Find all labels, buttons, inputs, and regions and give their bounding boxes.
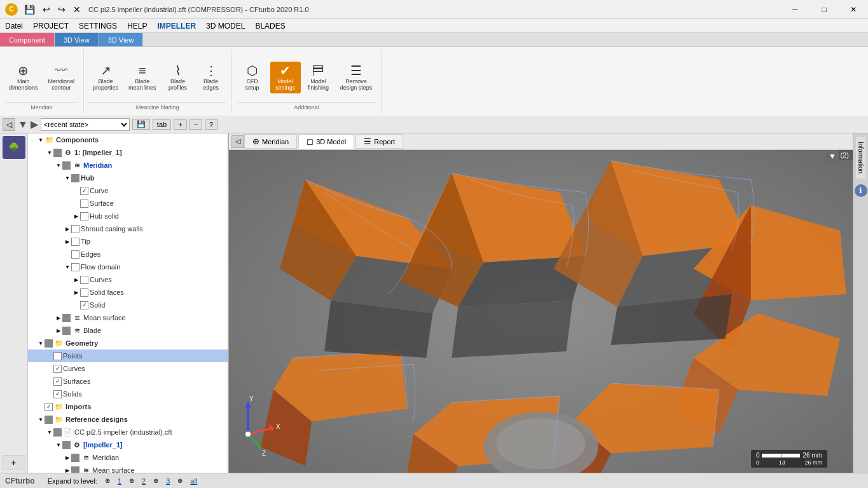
- ribbon-btn-remove-design[interactable]: ☰ Removedesign steps: [336, 62, 376, 93]
- tree-node-edges[interactable]: Edges: [28, 248, 228, 261]
- surface-check[interactable]: [80, 200, 88, 208]
- toolbar-help-button[interactable]: ?: [205, 119, 217, 130]
- ribbon-btn-blade-profiles[interactable]: ⌇ Bladeprofiles: [163, 62, 193, 93]
- tree-node-geometry[interactable]: ▼ 📁 Geometry: [28, 337, 228, 349]
- mean-surface-ref-expand[interactable]: ▶: [64, 466, 71, 473]
- curves-fd-expand[interactable]: ▶: [72, 276, 80, 283]
- ribbon-btn-blade-properties[interactable]: ↗ Bladeproperties: [89, 62, 122, 93]
- ribbon-btn-meridional[interactable]: 〰 Meridionalcontour: [45, 62, 79, 93]
- ribbon-tab-3dview-1[interactable]: 3D View: [55, 33, 99, 46]
- impeller-check[interactable]: [53, 149, 62, 157]
- flow-domain-check[interactable]: [71, 263, 79, 271]
- tree-node-hub[interactable]: ▼ Hub: [28, 172, 228, 184]
- viewport[interactable]: X Y Z 0 26 mm 0 13 26 mm: [229, 150, 853, 473]
- geometry-check[interactable]: [45, 339, 53, 348]
- points-check[interactable]: [53, 352, 62, 360]
- refdesigns-check[interactable]: [45, 416, 53, 424]
- tree-node-curves-fd[interactable]: ▶ Curves: [28, 273, 228, 286]
- geometry-expand[interactable]: ▼: [37, 339, 45, 347]
- tree-node-mean-surface-ref[interactable]: ▶ ≋ Mean surface: [28, 464, 228, 473]
- flow-domain-expand[interactable]: ▼: [64, 263, 71, 271]
- components-expand[interactable]: ▼: [37, 136, 45, 144]
- tree-node-points[interactable]: Points: [28, 349, 228, 362]
- solid-check[interactable]: ✓: [80, 301, 88, 309]
- solids-check[interactable]: ✓: [53, 390, 62, 398]
- edges-check[interactable]: [71, 250, 79, 259]
- toolbar-save-button[interactable]: 💾: [132, 119, 150, 130]
- ribbon-btn-blade-meanlines[interactable]: ≡ Blademean lines: [125, 62, 160, 93]
- tip-expand[interactable]: ▶: [64, 238, 71, 245]
- ribbon-btn-blade-edges[interactable]: ⋮ Bladeedges: [196, 62, 226, 93]
- info-icon[interactable]: ℹ: [855, 184, 867, 197]
- view-dropdown-button[interactable]: ▼: [826, 150, 839, 163]
- hub-expand[interactable]: ▼: [64, 174, 71, 182]
- tree-node-curves-geo[interactable]: ✓ Curves: [28, 362, 228, 375]
- level-2-label[interactable]: 2: [142, 477, 146, 485]
- tree-node-impeller[interactable]: ▼ ⚙ 1: [Impeller_1]: [28, 146, 228, 159]
- ribbon-tab-3dview-2[interactable]: 3D View: [99, 33, 144, 46]
- menu-impeller[interactable]: IMPELLER: [152, 19, 201, 33]
- titlebar-icon-1[interactable]: 💾: [22, 3, 38, 16]
- blade-expand[interactable]: ▶: [55, 327, 62, 334]
- meridian-ref-check[interactable]: [71, 454, 79, 462]
- tree-node-refdesigns[interactable]: ▼ 📁 Reference designs: [28, 413, 228, 426]
- information-tab[interactable]: Information: [855, 136, 866, 179]
- cc-impeller-check[interactable]: [53, 428, 62, 437]
- menu-datei[interactable]: Datei: [0, 19, 28, 33]
- ribbon-tab-component[interactable]: Component: [0, 33, 55, 46]
- toolbar-add-button[interactable]: +: [174, 119, 186, 130]
- tree-node-surfaces[interactable]: ✓ Surfaces: [28, 375, 228, 388]
- tree-node-mean-surface[interactable]: ▶ ≋ Mean surface: [28, 311, 228, 324]
- tree-node-tip[interactable]: ▶ Tip: [28, 235, 228, 248]
- tree-node-flow-domain[interactable]: ▼ Flow domain: [28, 261, 228, 273]
- tree-node-hub-solid[interactable]: ▶ Hub solid: [28, 210, 228, 222]
- shroud-expand[interactable]: ▶: [64, 225, 71, 233]
- hub-solid-check[interactable]: [80, 212, 88, 220]
- toolbar-minus-button[interactable]: −: [189, 119, 202, 130]
- titlebar-icon-2[interactable]: ↩: [40, 3, 53, 16]
- refdesigns-expand[interactable]: ▼: [37, 416, 45, 423]
- surfaces-check[interactable]: ✓: [53, 377, 62, 386]
- imports-check[interactable]: ✓: [45, 403, 53, 411]
- menu-blades[interactable]: BLADES: [250, 19, 290, 33]
- menu-settings[interactable]: SETTINGS: [74, 19, 122, 33]
- ribbon-btn-cfd-setup[interactable]: ⬡ CFDsetup: [237, 62, 268, 93]
- view-nav-left[interactable]: ◁: [231, 135, 244, 148]
- tree-node-impeller-ref[interactable]: ▼ ⚙ [Impeller_1]: [28, 438, 228, 451]
- tree-node-curve[interactable]: ✓ Curve: [28, 184, 228, 197]
- tree-node-components[interactable]: ▼ 📁 Components: [28, 133, 228, 146]
- solid-faces-check[interactable]: [80, 288, 88, 297]
- ribbon-btn-model-settings[interactable]: ✔ Modelsettings: [270, 62, 301, 93]
- solid-faces-expand[interactable]: ▶: [72, 288, 80, 296]
- meridian-check[interactable]: [62, 161, 71, 170]
- titlebar-icon-4[interactable]: ✕: [71, 3, 83, 16]
- tree-node-meridian-ref[interactable]: ▶ ≋ Meridian: [28, 451, 228, 464]
- titlebar-icon-3[interactable]: ↪: [55, 3, 68, 16]
- close-button[interactable]: ✕: [839, 0, 868, 19]
- menu-project[interactable]: PROJECT: [28, 19, 74, 33]
- blade-check[interactable]: [62, 327, 71, 335]
- menu-help[interactable]: HELP: [122, 19, 152, 33]
- curve-check[interactable]: ✓: [80, 187, 88, 195]
- state-dropdown[interactable]: <recent state>: [41, 118, 130, 131]
- tree-node-surface[interactable]: Surface: [28, 197, 228, 210]
- tree-node-shroud[interactable]: ▶ Shroud casing walls: [28, 222, 228, 235]
- sidebar-add-icon[interactable]: +: [3, 455, 25, 470]
- meridian-expand[interactable]: ▼: [55, 161, 62, 169]
- sidebar-main-icon[interactable]: 🌳: [3, 136, 25, 159]
- impeller-ref-check[interactable]: [62, 441, 71, 449]
- cc-impeller-expand[interactable]: ▼: [46, 428, 53, 436]
- nav-left-button[interactable]: ◁: [3, 118, 15, 131]
- ribbon-btn-main-dimensions[interactable]: ⊕ Maindimensions: [5, 62, 42, 93]
- maximize-button[interactable]: □: [809, 0, 839, 19]
- tree-node-solid[interactable]: ✓ Solid: [28, 299, 228, 311]
- tree-node-blade[interactable]: ▶ ≋ Blade: [28, 324, 228, 337]
- level-1-label[interactable]: 1: [118, 477, 121, 485]
- mean-surface-ref-check[interactable]: [71, 466, 79, 473]
- minimize-button[interactable]: ─: [780, 0, 809, 19]
- level-all-label[interactable]: all: [190, 477, 197, 485]
- curves-geo-check[interactable]: ✓: [53, 365, 62, 373]
- tree-node-cc-impeller[interactable]: ▼ 📄 CC pi2.5 impeller (industrial).cft: [28, 426, 228, 438]
- mean-surface-check[interactable]: [62, 314, 71, 322]
- tree-node-imports[interactable]: ✓ 📁 Imports: [28, 400, 228, 413]
